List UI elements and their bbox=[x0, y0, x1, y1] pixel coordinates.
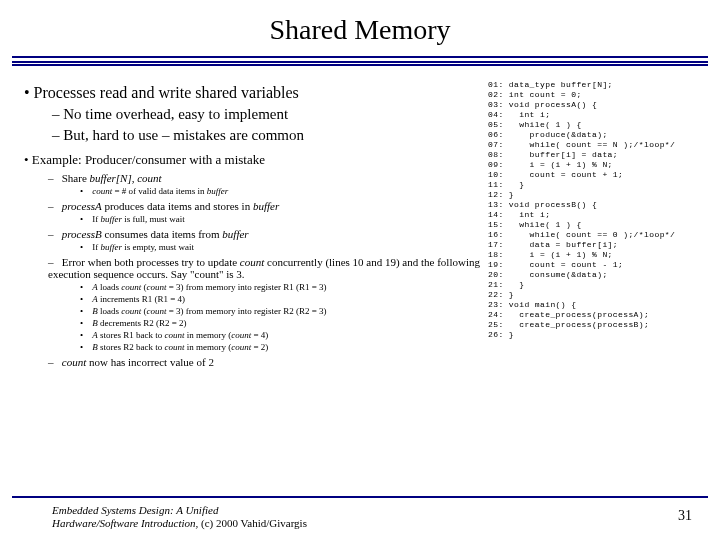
sub2-a: Share buffer[N], count bbox=[18, 172, 482, 184]
sub3-d6: B stores R2 back to count in memory (cou… bbox=[18, 342, 482, 352]
sub3-d1: A loads count (count = 3) from memory in… bbox=[18, 282, 482, 292]
sub-bullet-1b: But, hard to use – mistakes are common bbox=[18, 127, 482, 144]
bullet-main-1: Processes read and write shared variable… bbox=[18, 84, 482, 102]
sub-bullet-1a: No time overhead, easy to implement bbox=[18, 106, 482, 123]
sub2-c: processB consumes data items from buffer bbox=[18, 228, 482, 240]
bullet-main-2: Example: Producer/consumer with a mistak… bbox=[18, 152, 482, 168]
title-divider bbox=[12, 56, 708, 66]
footer-divider bbox=[12, 496, 708, 498]
content-area: Processes read and write shared variable… bbox=[0, 66, 720, 368]
sub2-d: Error when both processes try to update … bbox=[18, 256, 482, 280]
sub2-b: processA produces data items and stores … bbox=[18, 200, 482, 212]
sub3-d2: A increments R1 (R1 = 4) bbox=[18, 294, 482, 304]
footer-line-2: Hardware/Software Introduction, (c) 2000… bbox=[52, 517, 720, 530]
page-number: 31 bbox=[678, 508, 692, 524]
footer: Embedded Systems Design: A Unified Hardw… bbox=[0, 496, 720, 530]
sub3-a: count = # of valid data items in buffer bbox=[18, 186, 482, 196]
sub3-c: If buffer is empty, must wait bbox=[18, 242, 482, 252]
footer-text: Embedded Systems Design: A Unified Hardw… bbox=[0, 504, 720, 530]
footer-line-1: Embedded Systems Design: A Unified bbox=[52, 504, 720, 517]
sub2-e: count now has incorrect value of 2 bbox=[18, 356, 482, 368]
slide-title: Shared Memory bbox=[0, 0, 720, 56]
sub3-d5: A stores R1 back to count in memory (cou… bbox=[18, 330, 482, 340]
code-listing: 01: data_type buffer[N]; 02: int count =… bbox=[488, 74, 708, 368]
left-column: Processes read and write shared variable… bbox=[18, 74, 488, 368]
sub3-d4: B decrements R2 (R2 = 2) bbox=[18, 318, 482, 328]
sub3-d3: B loads count (count = 3) from memory in… bbox=[18, 306, 482, 316]
sub3-b: If buffer is full, must wait bbox=[18, 214, 482, 224]
